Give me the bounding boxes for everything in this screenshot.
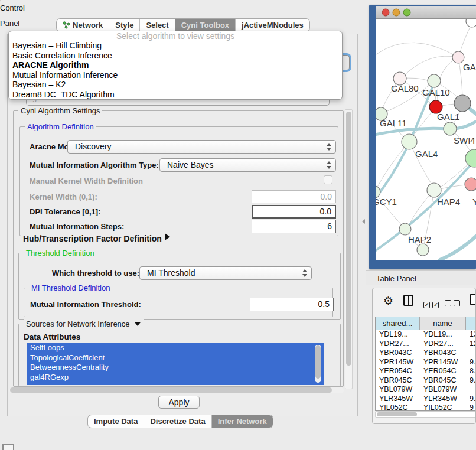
tab-impute-data-label: Impute Data bbox=[94, 415, 138, 428]
mi-type-value: Naive Bayes bbox=[167, 160, 214, 169]
node-swi4[interactable] bbox=[465, 149, 476, 167]
cell: YDR27... bbox=[376, 340, 420, 349]
node[interactable] bbox=[466, 19, 476, 27]
cell: YER054C bbox=[376, 367, 420, 376]
list-item[interactable]: SelfLoops bbox=[27, 343, 324, 353]
cell: 8. bbox=[466, 367, 476, 376]
network-icon bbox=[63, 21, 70, 29]
select-all-checks-icon[interactable]: ✓ ✓ bbox=[423, 298, 439, 309]
unchecked-box-icon bbox=[445, 300, 451, 306]
table-row[interactable]: YER054C YER054C 8. bbox=[376, 367, 476, 376]
dropdown-item[interactable]: Dream8 DC_TDC Algorithm bbox=[9, 90, 342, 100]
dropdown-placeholder-item[interactable]: Select algorithm to view settings bbox=[9, 32, 342, 41]
node-gcy1[interactable] bbox=[376, 186, 380, 198]
network-view-window[interactable]: GAL GAL80 GAL10 GAL1 GAL11 SWI4 GAL4 GCY… bbox=[369, 5, 476, 269]
cell: YLR345W bbox=[420, 394, 466, 404]
tab-discretize-data-label: Discretize Data bbox=[150, 415, 205, 428]
tab-select-label: Select bbox=[146, 19, 168, 31]
node-table: shared... name A YDL19... YDL19... 13 YD… bbox=[375, 317, 476, 411]
table-row[interactable]: YIL052C YIL052C 9 bbox=[376, 403, 476, 411]
settings-vertical-scrollbar[interactable] bbox=[345, 109, 353, 389]
tab-select[interactable]: Select bbox=[139, 19, 174, 31]
node-gal1[interactable] bbox=[454, 95, 471, 112]
list-scrollbar[interactable] bbox=[315, 345, 321, 383]
dpi-tolerance-field[interactable]: 0.0 bbox=[252, 205, 336, 219]
node-salmon[interactable] bbox=[465, 178, 476, 191]
node[interactable] bbox=[417, 244, 429, 256]
node-label: GAL80 bbox=[391, 83, 419, 93]
mi-threshold-field[interactable]: 0.5 bbox=[250, 298, 334, 311]
table-horizontal-scrollbar[interactable] bbox=[375, 411, 476, 418]
network-canvas[interactable]: GAL GAL80 GAL10 GAL1 GAL11 SWI4 GAL4 GCY… bbox=[376, 19, 476, 260]
which-threshold-combobox[interactable]: MI Threshold bbox=[139, 266, 312, 280]
dropdown-item-selected[interactable]: ARACNE Algorithm bbox=[9, 60, 342, 70]
tab-style[interactable]: Style bbox=[109, 19, 139, 31]
network-node-labels: GAL GAL80 GAL10 GAL1 GAL11 SWI4 GAL4 GCY… bbox=[376, 62, 476, 244]
aracne-mode-combobox[interactable]: Discovery bbox=[67, 140, 336, 154]
expand-arrow-icon[interactable] bbox=[165, 233, 170, 240]
network-window-titlebar[interactable] bbox=[376, 6, 476, 19]
table-row[interactable]: YBR045C YBR045C 9. bbox=[376, 376, 476, 386]
table-row[interactable]: YLR345W YLR345W 9. bbox=[376, 394, 476, 404]
tab-network[interactable]: Network bbox=[57, 19, 109, 31]
zoom-traffic-icon[interactable] bbox=[403, 9, 410, 16]
mi-steps-field[interactable]: 6 bbox=[252, 220, 336, 233]
tab-cyni-toolbox[interactable]: Cyni Toolbox bbox=[175, 19, 235, 31]
minimized-panel-icon[interactable] bbox=[2, 444, 14, 450]
cell: 13 bbox=[466, 330, 476, 340]
node-gal10[interactable] bbox=[428, 74, 441, 87]
node-gal4[interactable] bbox=[402, 134, 417, 149]
split-view-icon[interactable] bbox=[403, 295, 413, 306]
cell: YBR043C bbox=[420, 348, 466, 358]
tab-jactivemnodules[interactable]: jActiveMNodules bbox=[235, 19, 309, 31]
settings-horizontal-scrollbar[interactable] bbox=[9, 387, 344, 393]
dropdown-item[interactable]: Bayesian – K2 bbox=[9, 80, 342, 90]
column-header-shared-name[interactable]: shared... bbox=[376, 317, 420, 330]
cell: YDR27... bbox=[420, 340, 466, 349]
tab-discretize-data[interactable]: Discretize Data bbox=[144, 415, 211, 428]
collapse-arrow-icon[interactable] bbox=[134, 322, 141, 326]
dpi-tolerance-label: DPI Tolerance [0,1]: bbox=[30, 207, 100, 216]
node[interactable] bbox=[444, 122, 457, 135]
cell: YPR145W bbox=[376, 358, 420, 367]
column-header-name[interactable]: name bbox=[420, 317, 466, 330]
settings-group-title: Cyni Algorithm Settings bbox=[18, 106, 102, 115]
gear-icon[interactable]: ⚙ bbox=[383, 295, 393, 307]
tab-impute-data[interactable]: Impute Data bbox=[88, 415, 144, 428]
node-hap2[interactable] bbox=[399, 223, 411, 235]
data-attributes-label: Data Attributes bbox=[24, 332, 80, 341]
cell bbox=[466, 348, 476, 358]
data-attributes-list[interactable]: SelfLoops TopologicalCoefficient Between… bbox=[27, 343, 324, 385]
cell: YBR043C bbox=[376, 348, 420, 358]
table-panel-title: Table Panel bbox=[376, 271, 416, 286]
minimize-traffic-icon[interactable] bbox=[393, 9, 400, 16]
close-traffic-icon[interactable] bbox=[382, 9, 389, 16]
checked-box-icon: ✓ bbox=[423, 302, 430, 308]
list-item[interactable]: BetweennessCentrality bbox=[27, 363, 324, 373]
dropdown-item[interactable]: Mutual Information Inference bbox=[9, 70, 342, 80]
dropdown-item[interactable]: Basic Correlation Inference bbox=[9, 51, 342, 61]
table-row[interactable]: YBL079W YBL079W bbox=[376, 385, 476, 394]
kernel-width-field[interactable]: 0.0 bbox=[252, 190, 336, 203]
list-item[interactable]: gal4RGexp bbox=[27, 373, 324, 383]
list-item[interactable]: TopologicalCoefficient bbox=[27, 353, 324, 363]
node-label: GAL4 bbox=[415, 149, 438, 159]
table-row[interactable]: YDR27... YDR27... 12 bbox=[376, 340, 476, 349]
deselect-all-checks-icon[interactable] bbox=[445, 298, 460, 309]
cell: 9. bbox=[466, 394, 476, 404]
table-row[interactable]: YBR043C YBR043C bbox=[376, 348, 476, 358]
traffic-lights bbox=[376, 6, 412, 19]
manual-kernel-checkbox[interactable] bbox=[324, 175, 332, 184]
document-icon[interactable] bbox=[470, 294, 476, 305]
apply-button[interactable]: Apply bbox=[158, 396, 200, 409]
table-row[interactable]: YDL19... YDL19... 13 bbox=[376, 330, 476, 340]
column-header-partial[interactable]: A bbox=[466, 317, 476, 330]
table-row[interactable]: YPR145W YPR145W 9. bbox=[376, 358, 476, 367]
node-label: GAL10 bbox=[422, 87, 450, 97]
node[interactable] bbox=[452, 51, 464, 63]
mi-algorithm-type-combobox[interactable]: Naive Bayes bbox=[159, 158, 336, 172]
splitter-collapse-icon[interactable] bbox=[362, 219, 365, 224]
node-hap4[interactable] bbox=[427, 183, 441, 197]
dropdown-item[interactable]: Bayesian – Hill Climbing bbox=[9, 41, 342, 51]
tab-infer-network[interactable]: Infer Network bbox=[211, 415, 273, 428]
